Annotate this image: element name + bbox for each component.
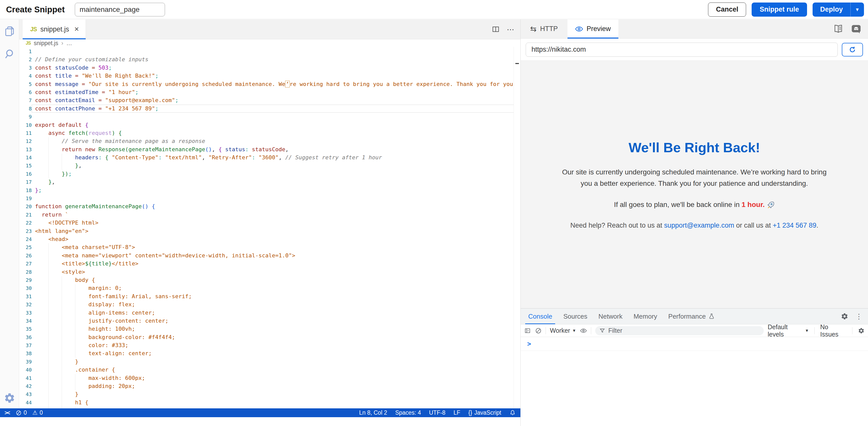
docs-book-icon[interactable]: [833, 24, 843, 34]
line-number: 26: [19, 252, 32, 260]
language-mode[interactable]: {} JavaScript: [468, 409, 501, 416]
code-line-30[interactable]: 30 margin: 0;: [19, 284, 514, 292]
code-line-38[interactable]: 38 text-align: center;: [19, 349, 514, 358]
snippet-name-input[interactable]: [75, 3, 165, 17]
discord-icon[interactable]: [851, 24, 862, 34]
code-line-15[interactable]: 15 },: [19, 162, 514, 170]
code-line-12[interactable]: 12 // Serve the maintenance page as a re…: [19, 137, 514, 145]
code-line-28[interactable]: 28 <style>: [19, 268, 514, 276]
notifications-bell-icon[interactable]: [509, 409, 516, 416]
support-email-link[interactable]: support@example.com: [664, 222, 734, 229]
search-icon[interactable]: [4, 48, 16, 60]
code-line-33[interactable]: 33 align-items: center;: [19, 309, 514, 317]
code-line-26[interactable]: 26 <meta name="viewport" content="width=…: [19, 252, 514, 260]
cancel-button[interactable]: Cancel: [708, 2, 746, 17]
code-line-32[interactable]: 32 display: flex;: [19, 301, 514, 309]
code-line-44[interactable]: 44 h1 {: [19, 399, 514, 406]
code-line-39[interactable]: 39 }: [19, 358, 514, 366]
code-line-2[interactable]: 2// Define your customizable inputs: [19, 55, 514, 63]
clear-console-icon[interactable]: [535, 327, 542, 334]
tab-http[interactable]: ⇆ HTTP: [523, 20, 565, 38]
devtools-tab-sources[interactable]: Sources: [558, 309, 593, 324]
breadcrumb-file[interactable]: snippet.js: [34, 40, 58, 47]
code-line-14[interactable]: 14 headers: { "Content-Type": "text/html…: [19, 153, 514, 162]
line-number: 29: [19, 276, 32, 284]
console-filter-input[interactable]: [608, 327, 760, 335]
code-line-10[interactable]: 10export default {: [19, 121, 514, 129]
code-line-4[interactable]: 4const title = "We'll Be Right Back!";: [19, 72, 514, 80]
code-line-17[interactable]: 17 },: [19, 178, 514, 186]
tab-snippet-js[interactable]: JS snippet.js ✕: [23, 20, 86, 39]
editor-scrollbar[interactable]: [514, 47, 520, 408]
more-actions-icon[interactable]: ⋯: [507, 25, 515, 34]
split-editor-icon[interactable]: [492, 25, 500, 33]
devtools-settings-gear-icon[interactable]: [841, 313, 848, 320]
cursor-position[interactable]: Ln 8, Col 2: [359, 409, 387, 416]
close-icon[interactable]: ✕: [74, 26, 79, 33]
code-line-37[interactable]: 37 color: #333;: [19, 341, 514, 349]
breadcrumb-more[interactable]: …: [66, 40, 72, 47]
code-line-34[interactable]: 34 justify-content: center;: [19, 317, 514, 325]
code-line-20[interactable]: 20function generateMaintenancePage() {: [19, 202, 514, 210]
problems-status[interactable]: 0 ⚠ 0: [16, 409, 43, 416]
breadcrumb[interactable]: JS snippet.js › …: [19, 39, 520, 47]
code-line-40[interactable]: 40 .container {: [19, 366, 514, 374]
console-settings-gear-icon[interactable]: [858, 327, 865, 334]
code-line-6[interactable]: 6const estimatedTime = "1 hour";: [19, 88, 514, 96]
code-line-24[interactable]: 24 <head>: [19, 235, 514, 243]
code-line-22[interactable]: 22 <!DOCTYPE html>: [19, 219, 514, 227]
code-line-45[interactable]: 45 font-size: 2rem;: [19, 406, 514, 408]
deploy-button[interactable]: Deploy: [813, 2, 850, 17]
devtools-corner-icons: ⋮: [841, 309, 868, 324]
code-line-19[interactable]: 19: [19, 194, 514, 202]
console-context-select[interactable]: Worker ▼: [550, 327, 576, 334]
eol-setting[interactable]: LF: [454, 409, 460, 416]
code-line-7[interactable]: 7const contactEmail = "support@example.c…: [19, 96, 514, 104]
code-line-16[interactable]: 16 });: [19, 170, 514, 178]
snippet-rule-button[interactable]: Snippet rule: [752, 2, 807, 17]
devtools-tab-memory[interactable]: Memory: [628, 309, 663, 324]
code-line-1[interactable]: 1: [19, 47, 514, 55]
code-line-36[interactable]: 36 background-color: #f4f4f4;: [19, 333, 514, 341]
console-sidebar-icon[interactable]: [524, 327, 531, 334]
devtools-tab-performance[interactable]: Performance: [663, 309, 720, 324]
line-number: 8: [19, 105, 32, 113]
line-number: 27: [19, 260, 32, 268]
code-line-31[interactable]: 31 font-family: Arial, sans-serif;: [19, 292, 514, 301]
refresh-button[interactable]: [842, 43, 863, 56]
code-line-42[interactable]: 42 padding: 20px;: [19, 382, 514, 390]
code-line-29[interactable]: 29 body {: [19, 276, 514, 284]
kebab-menu-icon[interactable]: ⋮: [856, 312, 863, 321]
code-line-11[interactable]: 11 async fetch(request) {: [19, 129, 514, 137]
encoding-setting[interactable]: UTF-8: [429, 409, 445, 416]
tab-preview[interactable]: Preview: [567, 20, 618, 38]
code-line-5[interactable]: 5const message = "Our site is currently …: [19, 80, 514, 88]
code-line-25[interactable]: 25 <meta charset="UTF-8">: [19, 243, 514, 251]
live-expression-eye-icon[interactable]: [580, 327, 587, 334]
code-line-41[interactable]: 41 max-width: 600px;: [19, 374, 514, 382]
code-editor[interactable]: 12// Define your customizable inputs3con…: [19, 47, 520, 408]
code-line-21[interactable]: 21 return `: [19, 211, 514, 219]
devtools-tab-console[interactable]: Console: [523, 309, 558, 324]
indentation-setting[interactable]: Spaces: 4: [395, 409, 421, 416]
code-line-23[interactable]: 23<html lang="en">: [19, 227, 514, 235]
remote-indicator-icon[interactable]: ><: [4, 409, 9, 416]
devtools-tab-network[interactable]: Network: [593, 309, 628, 324]
code-line-43[interactable]: 43 }: [19, 390, 514, 398]
deploy-dropdown-button[interactable]: ▾: [850, 2, 864, 17]
log-levels-select[interactable]: Default levels ▼: [768, 323, 809, 338]
code-line-3[interactable]: 3const statusCode = 503;: [19, 64, 514, 72]
code-line-13[interactable]: 13 return new Response(generateMaintenan…: [19, 145, 514, 153]
issues-status[interactable]: No Issues: [820, 323, 846, 338]
code-line-9[interactable]: 9: [19, 113, 514, 121]
phone-link[interactable]: +1 234 567 89: [773, 222, 816, 229]
console-output[interactable]: >: [521, 337, 868, 426]
code-line-35[interactable]: 35 height: 100vh;: [19, 325, 514, 333]
files-icon[interactable]: [4, 25, 16, 37]
code-line-27[interactable]: 27 <title>${title}</title>: [19, 260, 514, 268]
url-input[interactable]: [526, 42, 838, 57]
settings-gear-icon[interactable]: [4, 392, 16, 404]
code-line-8[interactable]: 8const contactPhone = "+1 234 567 89";: [19, 105, 514, 113]
code-line-18[interactable]: 18};: [19, 186, 514, 194]
console-input-row[interactable]: >: [521, 337, 868, 351]
